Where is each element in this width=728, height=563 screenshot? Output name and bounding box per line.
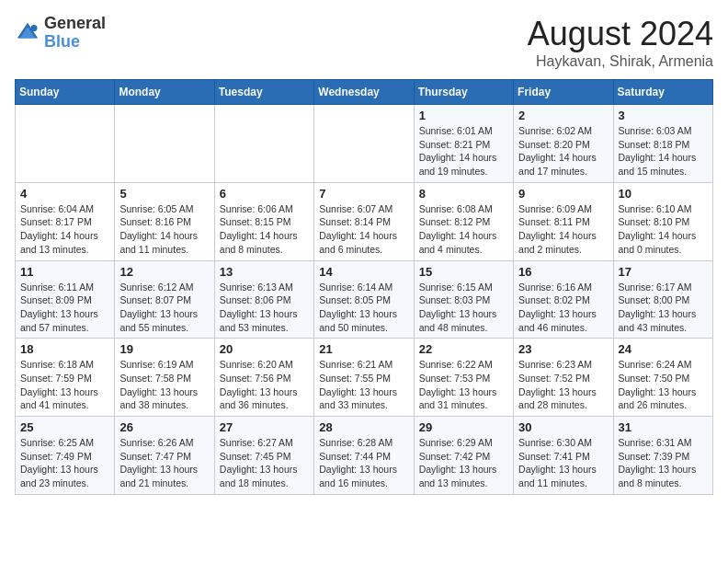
- day-info: Sunrise: 6:22 AM Sunset: 7:53 PM Dayligh…: [419, 358, 508, 412]
- day-info: Sunrise: 6:27 AM Sunset: 7:45 PM Dayligh…: [220, 436, 309, 490]
- logo-text: General Blue: [44, 15, 106, 52]
- calendar-cell: 20Sunrise: 6:20 AM Sunset: 7:56 PM Dayli…: [214, 339, 313, 417]
- calendar-cell: 5Sunrise: 6:05 AM Sunset: 8:16 PM Daylig…: [115, 182, 214, 260]
- week-row-2: 4Sunrise: 6:04 AM Sunset: 8:17 PM Daylig…: [16, 182, 713, 260]
- day-number: 13: [220, 265, 309, 279]
- day-number: 3: [619, 109, 708, 122]
- day-info: Sunrise: 6:11 AM Sunset: 8:09 PM Dayligh…: [20, 281, 109, 335]
- day-number: 5: [119, 187, 209, 201]
- calendar-cell: [16, 105, 115, 183]
- day-info: Sunrise: 6:08 AM Sunset: 8:12 PM Dayligh…: [419, 202, 508, 257]
- calendar-cell: 12Sunrise: 6:12 AM Sunset: 8:07 PM Dayli…: [115, 260, 214, 339]
- day-header-monday: Monday: [115, 80, 214, 105]
- calendar-cell: [115, 105, 214, 183]
- calendar-cell: 7Sunrise: 6:07 AM Sunset: 8:14 PM Daylig…: [314, 182, 414, 260]
- calendar-cell: 2Sunrise: 6:02 AM Sunset: 8:20 PM Daylig…: [514, 105, 613, 183]
- calendar-cell: [314, 105, 414, 183]
- day-number: 25: [20, 420, 109, 434]
- calendar-cell: 26Sunrise: 6:26 AM Sunset: 7:47 PM Dayli…: [115, 417, 214, 495]
- day-info: Sunrise: 6:01 AM Sunset: 8:21 PM Dayligh…: [419, 124, 508, 178]
- calendar-cell: 23Sunrise: 6:23 AM Sunset: 7:52 PM Dayli…: [514, 339, 613, 417]
- day-info: Sunrise: 6:23 AM Sunset: 7:52 PM Dayligh…: [518, 358, 608, 412]
- calendar-cell: 17Sunrise: 6:17 AM Sunset: 8:00 PM Dayli…: [613, 260, 712, 339]
- day-info: Sunrise: 6:15 AM Sunset: 8:03 PM Dayligh…: [419, 281, 508, 335]
- calendar-cell: 4Sunrise: 6:04 AM Sunset: 8:17 PM Daylig…: [16, 182, 115, 260]
- day-number: 19: [119, 342, 209, 356]
- day-number: 7: [319, 187, 408, 201]
- logo-icon: [15, 20, 40, 46]
- day-number: 21: [319, 342, 408, 356]
- calendar-cell: 16Sunrise: 6:16 AM Sunset: 8:02 PM Dayli…: [514, 260, 613, 339]
- day-number: 1: [419, 109, 508, 122]
- day-number: 14: [319, 265, 408, 279]
- calendar-body: 1Sunrise: 6:01 AM Sunset: 8:21 PM Daylig…: [16, 105, 713, 495]
- day-number: 27: [220, 420, 309, 434]
- day-info: Sunrise: 6:09 AM Sunset: 8:11 PM Dayligh…: [518, 202, 608, 257]
- calendar-cell: 11Sunrise: 6:11 AM Sunset: 8:09 PM Dayli…: [16, 260, 115, 339]
- day-info: Sunrise: 6:28 AM Sunset: 7:44 PM Dayligh…: [319, 436, 408, 490]
- day-info: Sunrise: 6:07 AM Sunset: 8:14 PM Dayligh…: [319, 202, 408, 257]
- day-info: Sunrise: 6:13 AM Sunset: 8:06 PM Dayligh…: [220, 281, 309, 335]
- day-number: 15: [419, 265, 508, 279]
- day-number: 17: [619, 265, 708, 279]
- day-number: 11: [20, 265, 109, 279]
- logo: General Blue: [15, 15, 106, 52]
- day-info: Sunrise: 6:03 AM Sunset: 8:18 PM Dayligh…: [619, 124, 708, 178]
- day-number: 2: [518, 109, 608, 122]
- day-info: Sunrise: 6:14 AM Sunset: 8:05 PM Dayligh…: [319, 281, 408, 335]
- calendar-cell: 28Sunrise: 6:28 AM Sunset: 7:44 PM Dayli…: [314, 417, 414, 495]
- day-info: Sunrise: 6:20 AM Sunset: 7:56 PM Dayligh…: [220, 358, 309, 412]
- day-number: 8: [419, 187, 508, 201]
- day-number: 22: [419, 342, 508, 356]
- day-info: Sunrise: 6:10 AM Sunset: 8:10 PM Dayligh…: [619, 202, 708, 257]
- week-row-1: 1Sunrise: 6:01 AM Sunset: 8:21 PM Daylig…: [16, 105, 713, 183]
- day-info: Sunrise: 6:24 AM Sunset: 7:50 PM Dayligh…: [619, 358, 708, 412]
- calendar-cell: 27Sunrise: 6:27 AM Sunset: 7:45 PM Dayli…: [214, 417, 313, 495]
- calendar-cell: 18Sunrise: 6:18 AM Sunset: 7:59 PM Dayli…: [16, 339, 115, 417]
- day-info: Sunrise: 6:02 AM Sunset: 8:20 PM Dayligh…: [518, 124, 608, 178]
- day-header-tuesday: Tuesday: [214, 80, 313, 105]
- calendar-cell: 21Sunrise: 6:21 AM Sunset: 7:55 PM Dayli…: [314, 339, 414, 417]
- day-info: Sunrise: 6:29 AM Sunset: 7:42 PM Dayligh…: [419, 436, 508, 490]
- calendar-cell: 14Sunrise: 6:14 AM Sunset: 8:05 PM Dayli…: [314, 260, 414, 339]
- day-info: Sunrise: 6:06 AM Sunset: 8:15 PM Dayligh…: [220, 202, 309, 257]
- day-number: 29: [419, 420, 508, 434]
- calendar-cell: 8Sunrise: 6:08 AM Sunset: 8:12 PM Daylig…: [414, 182, 513, 260]
- day-header-saturday: Saturday: [613, 80, 712, 105]
- calendar-cell: 15Sunrise: 6:15 AM Sunset: 8:03 PM Dayli…: [414, 260, 513, 339]
- day-info: Sunrise: 6:21 AM Sunset: 7:55 PM Dayligh…: [319, 358, 408, 412]
- calendar-cell: 25Sunrise: 6:25 AM Sunset: 7:49 PM Dayli…: [16, 417, 115, 495]
- calendar-cell: 22Sunrise: 6:22 AM Sunset: 7:53 PM Dayli…: [414, 339, 513, 417]
- day-info: Sunrise: 6:18 AM Sunset: 7:59 PM Dayligh…: [20, 358, 109, 412]
- calendar-cell: 9Sunrise: 6:09 AM Sunset: 8:11 PM Daylig…: [514, 182, 613, 260]
- calendar-cell: 29Sunrise: 6:29 AM Sunset: 7:42 PM Dayli…: [414, 417, 513, 495]
- day-number: 26: [119, 420, 209, 434]
- subtitle: Haykavan, Shirak, Armenia: [528, 53, 713, 70]
- svg-point-2: [31, 25, 38, 31]
- title-area: August 2024 Haykavan, Shirak, Armenia: [528, 15, 713, 70]
- calendar-header: SundayMondayTuesdayWednesdayThursdayFrid…: [16, 80, 713, 105]
- day-info: Sunrise: 6:26 AM Sunset: 7:47 PM Dayligh…: [119, 436, 209, 490]
- page-header: General Blue August 2024 Haykavan, Shira…: [15, 15, 713, 70]
- day-number: 20: [220, 342, 309, 356]
- day-header-sunday: Sunday: [16, 80, 115, 105]
- day-number: 30: [518, 420, 608, 434]
- day-number: 6: [220, 187, 309, 201]
- day-number: 18: [20, 342, 109, 356]
- week-row-5: 25Sunrise: 6:25 AM Sunset: 7:49 PM Dayli…: [16, 417, 713, 495]
- day-header-friday: Friday: [514, 80, 613, 105]
- calendar-cell: 24Sunrise: 6:24 AM Sunset: 7:50 PM Dayli…: [613, 339, 712, 417]
- calendar-cell: 31Sunrise: 6:31 AM Sunset: 7:39 PM Dayli…: [613, 417, 712, 495]
- day-info: Sunrise: 6:25 AM Sunset: 7:49 PM Dayligh…: [20, 436, 109, 490]
- day-header-wednesday: Wednesday: [314, 80, 414, 105]
- day-number: 10: [619, 187, 708, 201]
- day-number: 23: [518, 342, 608, 356]
- day-info: Sunrise: 6:19 AM Sunset: 7:58 PM Dayligh…: [119, 358, 209, 412]
- day-header-thursday: Thursday: [414, 80, 513, 105]
- calendar-cell: 6Sunrise: 6:06 AM Sunset: 8:15 PM Daylig…: [214, 182, 313, 260]
- week-row-4: 18Sunrise: 6:18 AM Sunset: 7:59 PM Dayli…: [16, 339, 713, 417]
- main-title: August 2024: [528, 15, 713, 53]
- day-number: 4: [20, 187, 109, 201]
- day-info: Sunrise: 6:16 AM Sunset: 8:02 PM Dayligh…: [518, 281, 608, 335]
- day-info: Sunrise: 6:17 AM Sunset: 8:00 PM Dayligh…: [619, 281, 708, 335]
